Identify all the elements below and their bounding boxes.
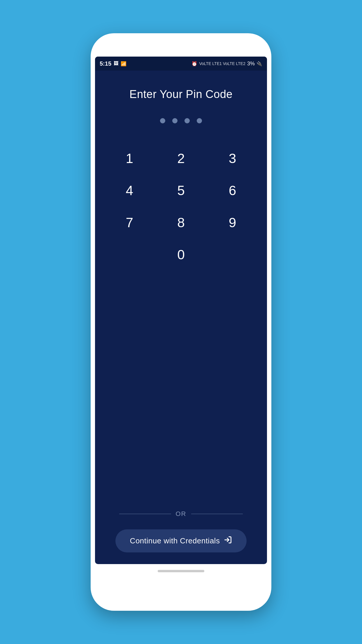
key-0[interactable]: 0 [159, 240, 203, 269]
signal-info: VoLTE LTE1 VoLTE LTE2 [199, 61, 245, 66]
key-9[interactable]: 9 [211, 208, 254, 237]
key-7[interactable]: 7 [108, 208, 151, 237]
continue-with-credentials-button[interactable]: Continue with Credentials [115, 529, 247, 552]
battery-indicator: 3% [247, 61, 255, 67]
wifi-icon: 📶 [121, 61, 126, 66]
photo-icon: 🖼 [114, 61, 118, 66]
page-title: Enter Your Pin Code [129, 88, 233, 101]
key-5[interactable]: 5 [159, 176, 203, 205]
key-6[interactable]: 6 [211, 176, 254, 205]
keypad-row-4: 0 [104, 240, 258, 269]
or-line-left [119, 514, 171, 514]
pin-dot-1 [160, 118, 165, 123]
key-4[interactable]: 4 [108, 176, 151, 205]
battery-icon: 🔌 [256, 61, 262, 66]
keypad-row-3: 7 8 9 [104, 208, 258, 237]
continue-button-label: Continue with Credentials [130, 536, 220, 545]
key-8[interactable]: 8 [159, 208, 203, 237]
phone-device: 5:15 🖼 📶 ⏰ VoLTE LTE1 VoLTE LTE2 3% 🔌 En… [91, 33, 271, 611]
phone-screen: 5:15 🖼 📶 ⏰ VoLTE LTE1 VoLTE LTE2 3% 🔌 En… [95, 57, 267, 564]
pin-dot-4 [197, 118, 202, 123]
key-2[interactable]: 2 [159, 144, 203, 173]
alarm-icon: ⏰ [191, 61, 197, 66]
screen-content: Enter Your Pin Code 1 2 3 4 5 6 [95, 71, 267, 564]
status-left: 5:15 🖼 📶 [100, 60, 126, 67]
or-line-right [191, 514, 243, 514]
keypad-row-2: 4 5 6 [104, 176, 258, 205]
status-right: ⏰ VoLTE LTE1 VoLTE LTE2 3% 🔌 [191, 61, 262, 67]
key-1[interactable]: 1 [108, 144, 151, 173]
keypad-row-1: 1 2 3 [104, 144, 258, 173]
keypad: 1 2 3 4 5 6 7 8 9 0 [104, 144, 258, 501]
or-divider: OR [119, 510, 243, 518]
pin-dot-2 [172, 118, 178, 123]
home-bar [158, 570, 204, 572]
or-label: OR [176, 510, 187, 518]
key-3[interactable]: 3 [211, 144, 254, 173]
status-time: 5:15 [100, 60, 111, 67]
login-arrow-icon [224, 536, 232, 546]
pin-dots-container [160, 118, 202, 123]
pin-dot-3 [184, 118, 190, 123]
status-bar: 5:15 🖼 📶 ⏰ VoLTE LTE1 VoLTE LTE2 3% 🔌 [95, 57, 267, 71]
